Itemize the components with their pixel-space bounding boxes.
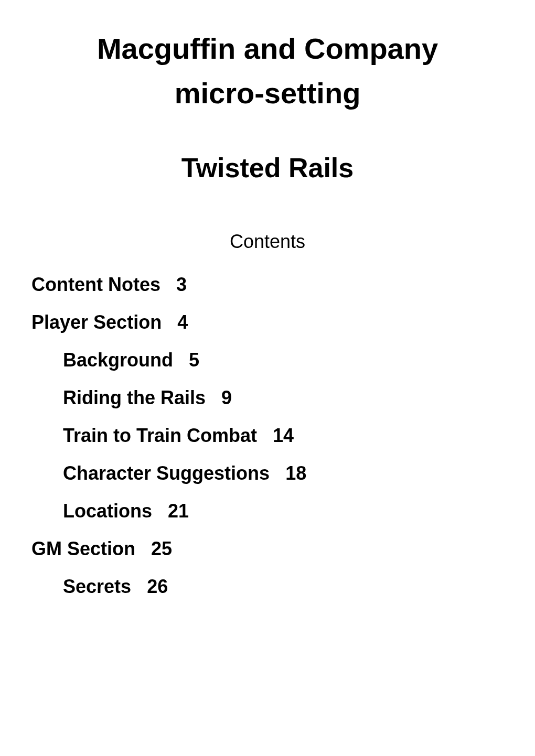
toc-entry: Character Suggestions 18 [31,462,504,484]
toc-entry-title: GM Section [31,538,135,559]
toc-entry: Background 5 [31,349,504,371]
toc-entry-title: Riding the Rails [63,387,206,408]
toc-entry-page: 5 [189,349,199,371]
toc-entry: Secrets 26 [31,576,504,598]
document-subtitle: Twisted Rails [31,152,504,183]
toc-entry: Train to Train Combat 14 [31,425,504,447]
toc-entry-page: 26 [147,576,168,597]
toc-entry-title: Secrets [63,576,131,597]
toc-entry-title: Background [63,349,173,371]
toc-entry-page: 9 [221,387,232,408]
toc-entry-page: 4 [177,311,188,333]
toc-entry-page: 21 [168,500,189,522]
toc-entry-page: 14 [273,425,294,446]
toc-entry-page: 18 [285,462,306,484]
toc-entry: GM Section 25 [31,538,504,560]
document-title-line2: micro-setting [31,76,504,110]
toc-entry: Content Notes 3 [31,274,504,296]
toc-entry-page: 3 [176,274,187,295]
toc-entry-page: 25 [151,538,172,559]
toc-entry-title: Character Suggestions [63,462,270,484]
document-title-line1: Macguffin and Company [31,31,504,66]
toc-entry-title: Train to Train Combat [63,425,257,446]
toc-entry-title: Content Notes [31,274,160,295]
toc-entry-title: Locations [63,500,152,522]
contents-heading: Contents [31,231,504,253]
toc-entry: Locations 21 [31,500,504,522]
toc-entry: Player Section 4 [31,311,504,333]
toc-entry-title: Player Section [31,311,162,333]
toc-entry: Riding the Rails 9 [31,387,504,409]
